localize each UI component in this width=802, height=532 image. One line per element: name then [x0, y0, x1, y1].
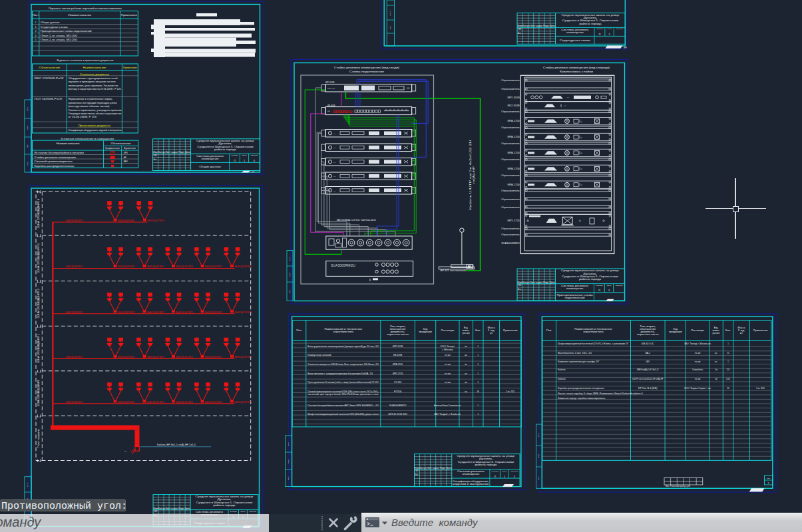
- svg-text:района города: района города: [214, 148, 236, 151]
- svg-text:Оборудование структурированных: Оборудование структурированных сетей,: [68, 77, 118, 80]
- svg-text:1: 1: [478, 345, 479, 348]
- svg-text:то же: то же: [695, 378, 702, 380]
- svg-text:6: 6: [254, 160, 255, 162]
- svg-text:Подп.: Подп.: [27, 143, 29, 148]
- svg-text:Исп.: Исп.: [415, 473, 419, 476]
- svg-text:Силовой громкоговоритель насте: Силовой громкоговоритель настенный 6/3 В…: [307, 390, 379, 393]
- svg-text:Согл.: Согл.: [288, 442, 290, 446]
- svg-text:Листов: Листов: [616, 285, 624, 286]
- svg-text:2: 2: [514, 475, 515, 478]
- svg-text:шт.: шт.: [715, 352, 717, 354]
- svg-text:Изм.Кол.уч.Лист №док. Подп. Да: Изм.Кол.уч.Лист №док. Подп. Дата: [153, 151, 191, 154]
- svg-text:ВАО: ВАО: [124, 160, 128, 163]
- svg-text:1м: 1м: [715, 378, 717, 380]
- svg-text:Буквенное: Буквенное: [124, 147, 136, 150]
- svg-text:ВЫХОД-ФП ВУЛ: ВЫХОД-ФП ВУЛ: [147, 265, 164, 268]
- svg-text:1: 1: [504, 475, 505, 478]
- svg-text:ВЫХОД-ФП ВУЛ: ВЫХОД-ФП ВУЛ: [205, 311, 222, 314]
- svg-text:ПСП 16/2008-РчОК: ПСП 16/2008-РчОК: [35, 98, 63, 100]
- svg-text:ВЫХОД-ФП ВУЛ: ВЫХОД-ФП ВУЛ: [235, 401, 252, 404]
- svg-text:Шлейф сети питания: Шлейф сети питания: [337, 219, 376, 221]
- svg-text:Кабель: Кабель: [558, 368, 566, 371]
- svg-text:опросного листа: опросного листа: [637, 333, 659, 336]
- svg-text:Поз.: Поз.: [296, 329, 302, 332]
- svg-text:American Power Conversion шт.: American Power Conversion шт.: [434, 404, 461, 407]
- svg-text:Дунаева,: Дунаева,: [584, 17, 598, 19]
- svg-text:ИБ-301В: ИБ-301В: [393, 354, 402, 356]
- svg-text:Источник бесперебойного питани: Источник бесперебойного питания: [35, 152, 85, 154]
- svg-text:монтажу и характеристики на 07: монтажу и характеристики на 07.06.2008 г…: [68, 88, 121, 90]
- svg-text:ВЫХОД-ФП ВУЛ: ВЫХОД-ФП ВУЛ: [176, 401, 193, 404]
- svg-text:Примечание: Примечание: [753, 329, 768, 332]
- svg-text:ВЫХОД-ФП ВУЛ: ВЫХОД-ФП ВУЛ: [66, 311, 83, 314]
- svg-text:46: 46: [477, 390, 480, 393]
- svg-text:Пульт управления 10 зонами (та: Пульт управления 10 зонами (табло, с мик…: [307, 381, 379, 384]
- svg-text:Кол.: Кол.: [725, 329, 731, 332]
- svg-text:ВХОДЫ ЗОНЫ СВЯЗИ: ВХОДЫ ЗОНЫ СВЯЗИ: [333, 109, 348, 110]
- svg-text:подключений: подключений: [565, 297, 585, 299]
- svg-text:шт.: шт.: [465, 390, 467, 393]
- svg-text:Ограничитель: Ограничитель: [501, 227, 520, 230]
- svg-text:Коробка распределительная: Коробка распределительная: [35, 165, 75, 168]
- svg-text:Условные обозначения и сокраще: Условные обозначения и сокращения: [61, 138, 114, 140]
- svg-text:0,15: 0,15: [726, 378, 730, 380]
- svg-text:Инв.N: Инв.N: [538, 454, 540, 458]
- svg-text:ВЫХОД-ФП ВУЛ: ВЫХОД-ФП ВУЛ: [118, 356, 134, 358]
- svg-text:ВР-8/1 настольный: ВР-8/1 настольный: [441, 269, 467, 272]
- svg-text:АР: АР: [124, 156, 126, 159]
- svg-text:Суздалея и Шикарная 5. Окраинн: Суздалея и Шикарная 5. Окраинными: [197, 146, 254, 148]
- svg-text:ЗАО 'Технод' г. Москва шт.: ЗАО 'Технод' г. Москва шт.: [684, 342, 711, 345]
- svg-text:Суздалея и Шикарная 5. Окраинн: Суздалея и Шикарная 5. Окраинными: [562, 19, 619, 22]
- svg-text:ВЫХОД-ФП ВУЛ: ВЫХОД-ФП ВУЛ: [118, 401, 134, 404]
- svg-text:Структурная схема: Структурная схема: [560, 39, 590, 42]
- svg-text:Изм.Кол.уч.Лист №док. Подп. Да: Изм.Кол.уч.Лист №док. Подп. Дата: [518, 281, 556, 284]
- svg-text:Структурная схема: Структурная схема: [41, 26, 68, 29]
- svg-text:Стадия: Стадия: [491, 470, 499, 471]
- svg-text:Средняя музыкальная школа на у: Средняя музыкальная школа на улице: [457, 455, 515, 458]
- svg-text:ВЫХОД-ФП ВУЛ: ВЫХОД-ФП ВУЛ: [235, 311, 252, 314]
- svg-text:то же: то же: [445, 363, 451, 366]
- svg-text:РОП100: РОП100: [394, 390, 402, 393]
- svg-text:Поз.: Поз.: [546, 329, 552, 332]
- svg-text:МРУ-501В: МРУ-501В: [325, 81, 335, 84]
- svg-text:П: П: [598, 289, 600, 292]
- svg-text:Инв. N: Инв. N: [389, 11, 391, 16]
- svg-text:1: 1: [478, 372, 479, 375]
- svg-text:Суздалея и Шикарная 5. Окраинн: Суздалея и Шикарная 5. Окраинными: [562, 275, 618, 278]
- svg-text:настенный, цвет корпуса белый,: настенный, цвет корпуса белый, 265х170х1…: [307, 393, 379, 396]
- svg-text:Примечание: Примечание: [121, 14, 137, 17]
- svg-text:|≡: |≡: [564, 105, 566, 107]
- svg-text:1: 1: [609, 33, 610, 36]
- svg-text:20: 20: [727, 387, 729, 390]
- svg-text:МРА-2150: МРА-2150: [507, 120, 520, 122]
- svg-text:Коммутатор силовой: Коммутатор силовой: [307, 354, 331, 356]
- svg-text:Лист: Лист: [33, 14, 39, 17]
- svg-text:то же: то же: [695, 360, 702, 363]
- svg-text:Типовые и нормативные, утвержд: Типовые и нормативные, утверждены приказ…: [68, 109, 121, 112]
- svg-text:Нормативные и строительные нор: Нормативные и строительные нормы,: [68, 98, 112, 100]
- svg-text:ЗОНА ОПОВЕЩЕНИЯ 1: ЗОНА ОПОВЕЩЕНИЯ 1: [37, 334, 40, 363]
- svg-text:Принципиальная схема: Принципиальная схема: [556, 294, 592, 297]
- svg-text:Кабель U/UTP cat 5e 4х2х0,52 Z: Кабель U/UTP cat 5e 4х2х0,52 ZH: [469, 140, 472, 210]
- svg-text:то же: то же: [445, 354, 451, 356]
- svg-text:⊙⊕: ⊙⊕: [327, 110, 330, 112]
- svg-text:3: 3: [35, 30, 37, 33]
- svg-text:Прилагаемые документы: Прилагаемые документы: [79, 124, 111, 127]
- svg-text:Ограничитель: Ограничитель: [501, 190, 520, 192]
- svg-text:МРА-2150: МРА-2150: [393, 363, 403, 366]
- svg-text:рения: рения: [463, 332, 470, 334]
- svg-text:Мал. Рязанский проезд, д.49: Мал. Рязанский проезд, д.49: [666, 485, 691, 487]
- svg-text:шт.: шт.: [465, 372, 467, 375]
- svg-text:План 2-го этажа. М1:200: План 2-го этажа. М1:200: [41, 39, 78, 41]
- svg-text:Подп.: Подп.: [389, 25, 391, 29]
- svg-text:шт.: шт.: [465, 354, 467, 356]
- svg-text:ВЫХОД-ФП ВУЛ: ВЫХОД-ФП ВУЛ: [176, 356, 193, 358]
- svg-text:оповещения: оповещения: [566, 287, 584, 290]
- svg-text:Силовой громкоговоритель: Силовой громкоговоритель: [35, 160, 73, 163]
- svg-text:Поставщик: Поставщик: [441, 329, 455, 332]
- svg-text:ВЫХОД-ФП ВУЛ: ВЫХОД-ФП ВУЛ: [118, 265, 134, 268]
- svg-text:Инв.N: Инв.N: [288, 459, 290, 464]
- svg-text:ИЖС 123/2008-РчОК: ИЖС 123/2008-РчОК: [35, 77, 65, 80]
- svg-text:Подп.: Подп.: [289, 289, 291, 293]
- svg-text:ЗОНА ОПОВЕЩЕНИЯ 2: ЗОНА ОПОВЕЩЕНИЯ 2: [37, 289, 40, 318]
